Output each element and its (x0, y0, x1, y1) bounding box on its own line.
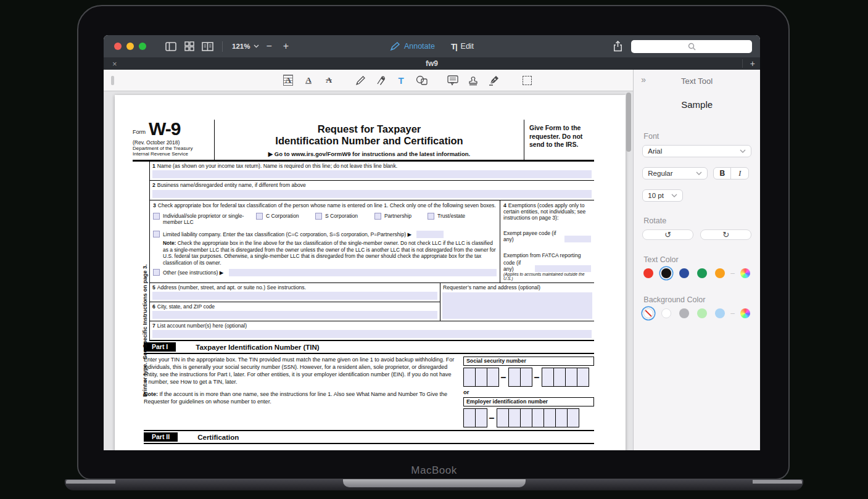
stamp-tool-icon[interactable] (466, 73, 480, 87)
comment-tool-icon[interactable] (446, 73, 460, 87)
italic-button[interactable]: I (731, 168, 748, 179)
form-dept-1: Department of the Treasury (133, 146, 213, 151)
bg-color-none-selected[interactable] (643, 308, 653, 318)
requester-column: Requester’s name and address (optional) (440, 283, 594, 321)
macbook-base (65, 479, 803, 490)
hinge-highlight-right (753, 480, 802, 484)
close-window-button[interactable] (114, 43, 122, 50)
close-tab-button[interactable]: × (112, 59, 117, 68)
minimize-window-button[interactable] (126, 43, 134, 50)
bg-color-blue[interactable] (715, 308, 725, 318)
bg-color-custom-picker[interactable] (740, 308, 750, 318)
chevron-down-icon (671, 194, 677, 197)
line3-classification: 3Check appropriate box for federal tax c… (150, 200, 500, 282)
requester-field[interactable] (442, 292, 592, 319)
tab-annotate[interactable]: Annotate (390, 42, 435, 51)
collapse-sidebar-icon[interactable]: » (641, 75, 646, 85)
swatch-separator: – (730, 309, 735, 318)
rotate-ccw-icon: ↺ (664, 230, 671, 239)
part2-chip: Part II (144, 432, 178, 442)
font-section-label: Font (643, 132, 760, 141)
text-tool-icon[interactable]: T (394, 73, 408, 87)
toolbar-drag-handle[interactable] (111, 76, 114, 85)
rotate-ccw-button[interactable]: ↺ (642, 229, 693, 240)
annotate-pen-icon (390, 42, 400, 51)
highlight-text-icon[interactable]: A (281, 73, 295, 87)
shapes-tool-icon[interactable] (415, 73, 428, 87)
applies-note: (Applies to accounts maintained outside … (503, 272, 591, 281)
search-input[interactable] (631, 40, 752, 53)
fullscreen-window-button[interactable] (139, 43, 146, 50)
line1-name-field[interactable] (152, 170, 592, 178)
line7-account-field[interactable] (152, 330, 592, 338)
font-family-select[interactable]: Arial (642, 145, 751, 157)
window-controls (114, 43, 151, 50)
pencil-tool-icon[interactable] (353, 73, 367, 87)
bg-color-white[interactable] (661, 308, 671, 318)
pdf-app-window: 121% − + Annotate T| Edit (104, 35, 760, 450)
checkbox-individual[interactable] (153, 213, 160, 220)
zoom-level[interactable]: 121% (232, 43, 250, 50)
bold-button[interactable]: B (714, 168, 731, 179)
eraser-tool-icon[interactable] (374, 73, 387, 87)
text-color-orange[interactable] (715, 268, 725, 278)
font-style-select[interactable]: Regular (642, 167, 708, 179)
zoom-in-button[interactable]: + (279, 41, 293, 52)
select-tool-icon[interactable] (520, 73, 534, 87)
line5-address-field[interactable] (152, 292, 437, 300)
form-dept-2: Internal Revenue Service (133, 151, 213, 157)
text-color-blue[interactable] (679, 268, 689, 278)
vertical-scrollbar[interactable] (626, 93, 631, 152)
rotate-cw-button[interactable]: ↻ (700, 229, 751, 240)
tab-edit[interactable]: T| Edit (451, 42, 474, 51)
zoom-control[interactable]: 121% − + (232, 41, 293, 52)
toolbar-divider (222, 41, 223, 52)
line6-city-field[interactable] (152, 311, 437, 319)
text-color-green[interactable] (697, 268, 707, 278)
fatca-code-field[interactable] (535, 265, 591, 272)
bg-color-green[interactable] (697, 308, 707, 318)
bg-color-gray[interactable] (679, 308, 689, 318)
checkbox-s-corp[interactable] (315, 213, 322, 220)
two-page-view-icon[interactable] (202, 41, 213, 51)
thumbnails-view-icon[interactable] (183, 41, 195, 51)
ssn-boxes[interactable]: – – (463, 368, 594, 387)
app-toolbar: 121% − + Annotate T| Edit (104, 35, 760, 57)
form-title-line2: Identification Number and Certification (221, 135, 518, 147)
checkbox-llc[interactable] (153, 231, 160, 237)
document-viewport[interactable]: Form W-9 (Rev. October 2018) Department … (104, 91, 633, 450)
form-number: W-9 (149, 121, 180, 137)
checkbox-c-corp[interactable] (256, 213, 263, 220)
signature-tool-icon[interactable] (487, 73, 500, 87)
checkbox-trust[interactable] (428, 213, 434, 220)
llc-classification-field[interactable] (416, 231, 444, 238)
checkbox-partnership[interactable] (374, 213, 381, 220)
chevron-down-icon (740, 149, 746, 153)
line2-business-field[interactable] (152, 190, 592, 198)
text-color-custom-picker[interactable] (740, 268, 750, 278)
print-or-type-note: Print or type. See Specific Instructions… (142, 229, 149, 432)
sidebar-title: Text Tool (634, 76, 760, 86)
share-icon[interactable] (613, 41, 622, 52)
font-size-select[interactable]: 10 pt (642, 189, 683, 202)
underline-text-icon[interactable]: A (302, 73, 315, 87)
strikethrough-text-icon[interactable]: A (322, 73, 336, 87)
new-tab-button[interactable]: + (750, 59, 755, 68)
line1-name-row: 1Name (as shown on your income tax retur… (150, 162, 594, 181)
document-tab-title[interactable]: fw9 (426, 59, 438, 68)
pdf-page: Form W-9 (Rev. October 2018) Department … (115, 95, 626, 450)
document-pane: A A A T (104, 70, 633, 450)
swatch-separator: – (730, 269, 735, 278)
give-form-note: Give Form to the requester. Do not send … (524, 120, 594, 160)
text-color-red[interactable] (643, 268, 653, 278)
ein-boxes[interactable]: – (463, 408, 594, 427)
text-color-black-selected[interactable] (661, 268, 671, 278)
zoom-out-button[interactable]: − (262, 41, 276, 52)
other-field[interactable] (229, 269, 497, 276)
checkbox-other[interactable] (153, 269, 160, 276)
exempt-payee-field[interactable] (564, 236, 591, 242)
part2-title: Certification (197, 434, 239, 441)
sidebar-toggle-icon[interactable] (165, 41, 176, 51)
rotate-section-label: Rotate (643, 217, 760, 225)
lid-notch (343, 479, 526, 487)
